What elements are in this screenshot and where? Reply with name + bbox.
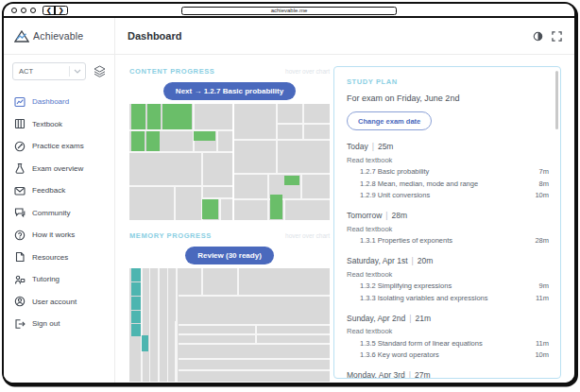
- sidebar-item-how-it-works[interactable]: How it works: [4, 224, 114, 247]
- sidebar-item-community[interactable]: Community: [4, 202, 114, 225]
- exam-date-text: For exam on Friday, June 2nd: [347, 94, 549, 103]
- sidebar-item-label: Practice exams: [32, 142, 84, 150]
- treemap-cell-green: [147, 104, 161, 129]
- sidebar-item-label: Textbook: [32, 120, 62, 128]
- course-select-value: ACT: [19, 67, 69, 76]
- treemap-cell-line: [267, 175, 269, 220]
- study-plan-item[interactable]: 1.3.1 Properties of exponents28m: [347, 236, 549, 245]
- course-select[interactable]: ACT: [12, 62, 86, 80]
- content-progress-treemap[interactable]: [129, 104, 330, 220]
- main-content: CONTENT PROGRESS hover over chart Next →…: [115, 55, 574, 383]
- day-header: Tomorrow|28m: [347, 211, 549, 220]
- study-plan-item[interactable]: 1.2.8 Mean, median, mode and range8m: [347, 179, 549, 188]
- window-control-dot[interactable]: [21, 8, 26, 13]
- treemap-cell-green: [162, 104, 192, 129]
- day-duration: 27m: [415, 370, 431, 379]
- day-separator: |: [368, 142, 378, 151]
- treemap-cell-line: [237, 268, 239, 295]
- content-progress-label: CONTENT PROGRESS: [129, 67, 214, 76]
- treemap-cell-line: [216, 130, 218, 151]
- sidebar-item-feedback[interactable]: Feedback: [4, 179, 114, 202]
- treemap-cell-teal: [131, 311, 141, 323]
- sidebar-item-resources[interactable]: Resources: [4, 247, 114, 269]
- study-plan-item[interactable]: 1.3.5 Standard form of linear equations1…: [347, 339, 549, 348]
- treemap-cell-line: [158, 268, 160, 382]
- brand-logo[interactable]: Achievable: [4, 18, 115, 54]
- treemap-cell-line: [179, 324, 330, 326]
- item-time: 11m: [536, 294, 549, 302]
- fullscreen-icon[interactable]: [552, 31, 562, 42]
- course-layers-icon[interactable]: [94, 65, 106, 77]
- sidebar: ACT DashboardTextbookPractice examsExam …: [4, 55, 115, 383]
- task-label: Read textbook: [347, 225, 549, 233]
- sidebar-item-label: Tutoring: [32, 275, 60, 283]
- community-icon: [14, 207, 26, 218]
- item-title: 1.3.2 Simplifying expressions: [347, 281, 452, 290]
- treemap-cell-line: [167, 268, 168, 382]
- sidebar-item-label: Exam overview: [32, 164, 83, 173]
- task-label: Read textbook: [347, 156, 549, 164]
- feedback-icon: [14, 185, 26, 196]
- item-title: 1.3.1 Properties of exponents: [347, 236, 452, 245]
- theme-toggle-icon[interactable]: [533, 31, 543, 42]
- scrollbar-thumb[interactable]: [555, 71, 558, 129]
- treemap-cell-line: [193, 104, 195, 152]
- study-plan-item[interactable]: 1.3.6 Key word operators10m: [347, 350, 549, 359]
- item-title: 1.3.3 Isolating variables and expression…: [347, 294, 488, 302]
- study-plan-item[interactable]: 1.3.3 Isolating variables and expression…: [347, 294, 549, 302]
- treemap-cell-line: [234, 173, 330, 175]
- study-plan-item[interactable]: 1.2.7 Basic probability7m: [347, 167, 549, 176]
- study-plan-item[interactable]: 1.3.2 Simplifying expressions9m: [347, 281, 549, 290]
- sidebar-item-exam-overview[interactable]: Exam overview: [4, 158, 114, 180]
- treemap-cell-green: [194, 131, 215, 141]
- item-title: 1.2.7 Basic probability: [347, 167, 429, 176]
- day-label: Today: [347, 142, 368, 151]
- textbook-icon: [14, 118, 26, 129]
- window-control-dot[interactable]: [30, 8, 36, 13]
- treemap-cell-line: [176, 268, 178, 321]
- treemap-cell-line: [277, 123, 330, 125]
- treemap-cell-line: [141, 268, 143, 382]
- url-bar[interactable]: achievable.me: [181, 7, 397, 16]
- treemap-cell-line: [283, 198, 285, 220]
- brand-name: Achievable: [33, 30, 83, 42]
- treemap-cell-line: [174, 186, 176, 220]
- item-time: 10m: [535, 191, 549, 199]
- review-button[interactable]: Review (30 ready): [185, 247, 274, 264]
- treemap-cell-green: [202, 199, 218, 219]
- study-plan-item[interactable]: 1.2.9 Unit conversions10m: [347, 191, 549, 199]
- sidebar-item-dashboard[interactable]: Dashboard: [4, 91, 114, 113]
- user-account-icon: [14, 296, 26, 307]
- treemap-cell-line: [302, 104, 304, 139]
- sidebar-item-sign-out[interactable]: Sign out: [4, 313, 114, 335]
- sidebar-item-textbook[interactable]: Textbook: [4, 113, 114, 136]
- treemap-cell-line: [255, 324, 257, 344]
- treemap-cell-green: [146, 131, 160, 151]
- study-plan-day-section: Monday, Apr 3rd|27mRead textbook1.3.7 Ar…: [347, 370, 549, 379]
- day-duration: 28m: [392, 211, 408, 220]
- item-title: 1.3.5 Standard form of linear equations: [347, 339, 483, 348]
- sidebar-item-user-account[interactable]: User account: [4, 291, 114, 314]
- app-header: Achievable Dashboard: [4, 18, 574, 55]
- treemap-cell-line: [179, 369, 330, 371]
- next-lesson-button[interactable]: Next → 1.2.7 Basic probability: [163, 82, 296, 100]
- change-exam-date-button[interactable]: Change exam date: [347, 111, 432, 130]
- day-header: Monday, Apr 3rd|27m: [347, 370, 549, 379]
- sidebar-item-tutoring[interactable]: Tutoring: [4, 268, 114, 291]
- window-control-dot[interactable]: [11, 8, 17, 13]
- forward-icon[interactable]: ❯: [56, 7, 66, 14]
- resources-icon: [14, 251, 26, 263]
- sign-out-icon: [14, 318, 26, 330]
- day-label: Monday, Apr 3rd: [347, 370, 405, 379]
- memory-progress-treemap[interactable]: [129, 268, 330, 382]
- study-plan-label: STUDY PLAN: [347, 77, 549, 86]
- treemap-cell-line: [201, 268, 203, 295]
- study-plan-panel: STUDY PLAN For exam on Friday, June 2nd …: [333, 66, 561, 379]
- sidebar-item-practice-exams[interactable]: Practice exams: [4, 135, 114, 158]
- item-time: 8m: [539, 179, 549, 188]
- back-icon[interactable]: ❮: [43, 7, 54, 14]
- treemap-cell-line: [129, 185, 232, 187]
- sidebar-item-label: Resources: [32, 253, 68, 262]
- item-time: 7m: [539, 167, 549, 176]
- sidebar-item-label: Feedback: [32, 186, 65, 195]
